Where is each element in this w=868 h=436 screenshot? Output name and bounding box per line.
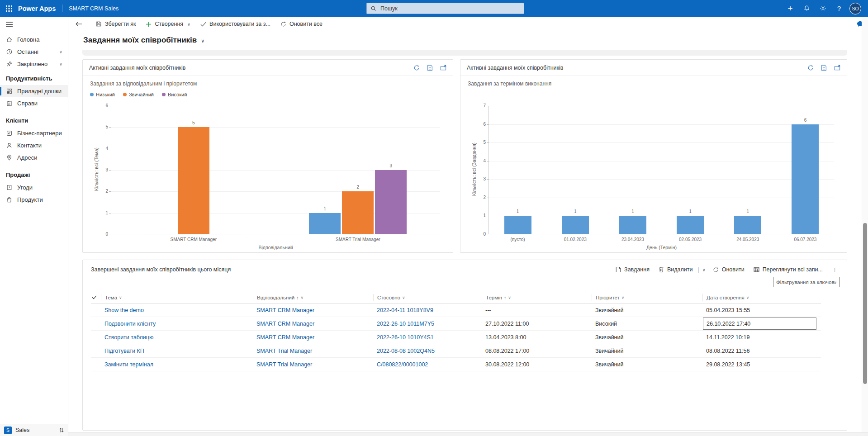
kebab-menu-icon[interactable]: ⋮ [827, 265, 842, 274]
cell-tema[interactable]: Show the demo [101, 303, 253, 317]
sort-ascending-icon: ↑ [504, 295, 506, 300]
chevron-down-icon[interactable]: ∨ [59, 49, 62, 54]
column-header-termin[interactable]: Термін↑∨ [482, 294, 592, 301]
column-chevron-icon[interactable]: ∨ [621, 295, 625, 300]
cell-vidpovidalnyi[interactable]: SMART Trial Manager [253, 344, 373, 357]
row-select-cell[interactable] [91, 331, 101, 344]
refresh-button[interactable]: Оновити [708, 265, 749, 275]
row-select-cell[interactable] [91, 358, 101, 371]
app-launcher-waffle-icon[interactable] [0, 0, 18, 17]
global-search[interactable] [366, 3, 524, 14]
sidebar-item-bag[interactable]: Продукти [0, 194, 68, 206]
tasks-button[interactable]: Завдання [611, 265, 654, 275]
refresh-all-button[interactable]: Оновити все [275, 17, 327, 31]
sidebar-item-label: Останні [17, 48, 38, 55]
x-category-label: (пусто) [489, 237, 546, 242]
sidebar-item-home[interactable]: Головна [0, 33, 68, 46]
column-chevron-icon[interactable]: ∨ [402, 295, 405, 300]
column-header-priorytet[interactable]: Пріоритет∨ [592, 294, 702, 301]
toolbar-divider: | [697, 266, 699, 273]
add-icon[interactable]: + [782, 0, 798, 17]
sidebar-item-org[interactable]: Бізнес-партнери [0, 127, 68, 139]
column-header-stosovno[interactable]: Стосовно∨ [373, 294, 482, 301]
column-header-stvoreno[interactable]: Дата створення∨ [702, 294, 821, 301]
cell-tema[interactable]: Замінити термінал [101, 358, 253, 371]
cell-vidpovidalnyi[interactable]: SMART Trial Manager [253, 358, 373, 371]
tasks-label: Завдання [624, 266, 650, 273]
cell-stosovno[interactable]: 2022-08-08 1002Q4N5 [373, 344, 482, 357]
sidebar-section-header: Продуктивність [0, 70, 68, 85]
y-tick [487, 106, 489, 106]
delete-button[interactable]: Видалити [654, 265, 697, 275]
legend-label: Високий [168, 92, 187, 97]
horizontal-scrollbar[interactable] [68, 432, 868, 436]
sidebar-item-clipboard[interactable]: Справи [0, 97, 68, 109]
cell-vidpovidalnyi[interactable]: SMART CRM Manager [253, 331, 373, 344]
table-row[interactable]: Підготувати КПSMART Trial Manager2022-08… [91, 344, 821, 358]
chart-refresh-icon[interactable] [413, 65, 420, 71]
chart-report-icon[interactable] [427, 65, 433, 71]
table-row[interactable]: Замінити терміналSMART Trial ManagerC/08… [91, 358, 821, 371]
sidebar-item-pin[interactable]: Закріплено∨ [0, 58, 68, 70]
cell-tema[interactable]: Подзвонити клієнту [101, 317, 253, 330]
sidebar-item-mappin[interactable]: Адреси [0, 152, 68, 164]
table-row[interactable]: Подзвонити клієнтуSMART CRM Manager2022-… [91, 317, 821, 331]
cell-tema[interactable]: Створити таблицю [101, 331, 253, 344]
table-row[interactable]: Створити таблицюSMART CRM Manager2022-26… [91, 331, 821, 344]
notifications-bell-icon[interactable] [798, 0, 815, 17]
inline-edit-cell[interactable]: 26.10.2022 17:40 [703, 318, 816, 330]
sidebar-item-dashboard[interactable]: Приладні дошки [0, 85, 68, 97]
cell-tema[interactable]: Підготувати КП [101, 344, 253, 357]
column-chevron-icon[interactable]: ∨ [746, 295, 749, 300]
environment-switcher[interactable]: S Sales [0, 424, 68, 436]
table-row[interactable]: Show the demoSMART CRM Manager2022-04-11… [91, 303, 821, 317]
sidebar-item-clock[interactable]: Останні∨ [0, 46, 68, 58]
app-name[interactable]: SMART CRM Sales [69, 5, 119, 12]
row-select-cell[interactable] [91, 344, 101, 357]
y-tick [109, 170, 111, 171]
settings-gear-icon[interactable] [815, 0, 831, 17]
save-as-button[interactable]: Зберегти як [90, 17, 141, 31]
cell-stosovno[interactable]: 2022-26-10 1010Y4S1 [373, 331, 482, 344]
select-all-check-icon[interactable] [91, 294, 101, 301]
x-category-label: 24.05.2023 [719, 237, 777, 242]
column-chevron-icon[interactable]: ∨ [508, 295, 511, 300]
chart-refresh-icon[interactable] [807, 65, 814, 71]
deal-icon [6, 184, 13, 191]
cell-stosovno[interactable]: 2022-26-10 1011M7Y5 [373, 317, 482, 330]
help-icon[interactable]: ? [831, 0, 847, 17]
column-header-tema[interactable]: Тема∨ [101, 294, 253, 301]
filter-by-keyword-input[interactable] [773, 277, 840, 287]
cell-stosovno[interactable]: 2022-04-11 1018Y8V9 [373, 303, 482, 317]
column-chevron-icon[interactable]: ∨ [300, 295, 304, 300]
sidebar-item-person[interactable]: Контакти [0, 139, 68, 152]
chart-report-icon[interactable] [821, 65, 827, 71]
cell-vidpovidalnyi[interactable]: SMART CRM Manager [253, 303, 373, 317]
dashboard-selector-chevron-icon[interactable]: ∨ [201, 38, 204, 44]
back-icon[interactable] [72, 17, 85, 31]
sidebar-item-label: Приладні дошки [17, 88, 62, 95]
hamburger-menu-icon[interactable] [0, 17, 68, 30]
row-select-cell[interactable] [91, 317, 101, 330]
cell-priorytet: Звичайний [592, 331, 702, 344]
chevron-down-icon[interactable]: ∨ [59, 62, 62, 66]
sidebar-item-deal[interactable]: Угоди [0, 181, 68, 194]
vertical-scrollbar[interactable] [862, 17, 868, 432]
create-button[interactable]: Створення ∨ [141, 17, 195, 31]
bar-value-label: 1 [562, 209, 589, 214]
chart-popout-icon[interactable] [440, 65, 446, 71]
search-input[interactable] [379, 5, 520, 12]
account-avatar[interactable]: SO [847, 0, 863, 17]
delete-split-chevron-icon[interactable]: ∨ [700, 267, 708, 272]
row-select-cell[interactable] [91, 303, 101, 317]
chart-popout-icon[interactable] [834, 65, 840, 71]
column-chevron-icon[interactable]: ∨ [119, 295, 122, 300]
view-all-records-button[interactable]: Переглянути всі запи... [749, 265, 827, 275]
use-as-button[interactable]: Використовувати за з... [195, 17, 275, 31]
column-header-vidpovidalnyi[interactable]: Відповідальний↑∨ [253, 294, 373, 301]
cell-vidpovidalnyi[interactable]: SMART CRM Manager [253, 317, 373, 330]
y-axis-title: Кількість: всі (Тема) [94, 101, 99, 237]
vertical-scrollbar-thumb[interactable] [863, 223, 867, 384]
cell-stosovno[interactable]: C/080822/00001002 [373, 358, 482, 371]
brand-title[interactable]: Power Apps [18, 5, 56, 12]
